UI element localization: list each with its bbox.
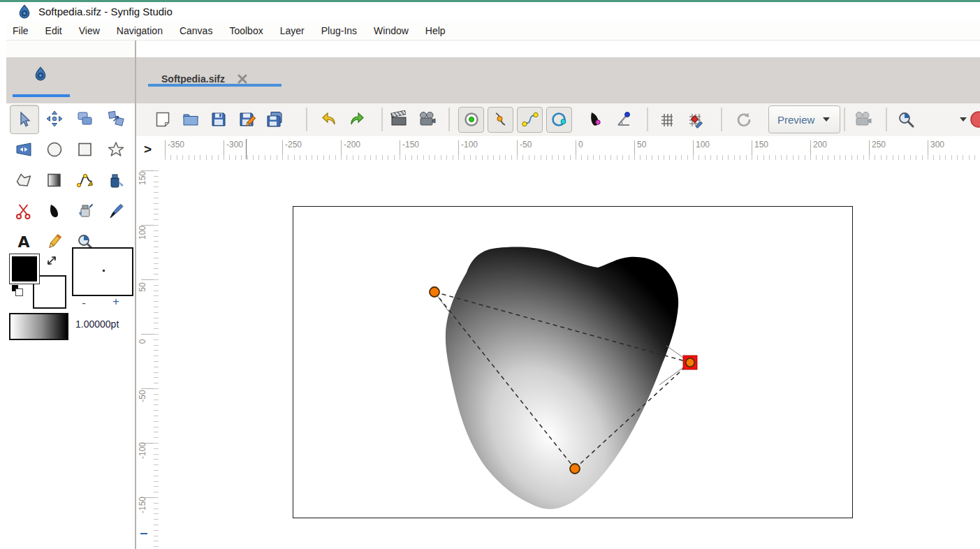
- canvas-window: Softpedia.sifz Preview > -350-300-250-20…: [136, 41, 980, 549]
- h-ruler-label: -50: [520, 140, 532, 149]
- canvas-page[interactable]: [293, 206, 853, 518]
- save-as-button[interactable]: [236, 107, 257, 133]
- dropdown-arrow-icon: [821, 115, 831, 124]
- menu-canvas[interactable]: Canvas: [180, 25, 212, 36]
- eyedrop-tool[interactable]: [71, 197, 99, 225]
- mirror-tool[interactable]: [71, 105, 99, 133]
- quality-dropdown[interactable]: Preview: [768, 105, 840, 133]
- h-ruler-major-tick: [165, 140, 166, 158]
- menu-edit[interactable]: Edit: [45, 25, 62, 36]
- dropdown-arrow-icon: [958, 115, 968, 124]
- vertex-handles-icon: [492, 110, 510, 129]
- width-tool[interactable]: [10, 136, 38, 163]
- redo-icon: [348, 110, 366, 129]
- horizontal-ruler[interactable]: -350-300-250-200-150-100-500501001502002…: [159, 136, 980, 163]
- circle-icon: [45, 140, 64, 159]
- scale-tool[interactable]: [102, 105, 130, 133]
- menu-layer[interactable]: Layer: [280, 25, 305, 36]
- fill-tool[interactable]: [41, 197, 68, 225]
- toolbar-group: [968, 103, 980, 136]
- save-button[interactable]: [208, 107, 229, 133]
- brush-preview[interactable]: [72, 247, 133, 296]
- toggle-tangent-handles[interactable]: [517, 107, 543, 133]
- cutout-tool[interactable]: [10, 197, 38, 225]
- h-ruler-label: 0: [578, 140, 583, 149]
- open-folder-icon: [182, 110, 200, 129]
- h-ruler-major-tick: [752, 140, 752, 158]
- default-colors-button[interactable]: [12, 285, 23, 296]
- redo-button[interactable]: [346, 107, 367, 133]
- svg-text:A: A: [17, 233, 29, 251]
- star-tool[interactable]: [102, 136, 130, 163]
- menu-view[interactable]: View: [79, 25, 100, 36]
- toggle-position-handles[interactable]: [458, 107, 484, 133]
- toggle-grid-button[interactable]: [657, 107, 678, 133]
- v-ruler-label: -50: [138, 384, 147, 408]
- v-ruler-label: 0: [138, 330, 147, 353]
- h-ruler-label: 300: [930, 140, 944, 149]
- circle-tool[interactable]: [41, 136, 68, 163]
- render-icon: [390, 110, 408, 129]
- menu-toolbox[interactable]: Toolbox: [229, 25, 263, 36]
- vertical-ruler[interactable]: 150100500-50-100-150: [136, 162, 160, 549]
- gradient-swatch[interactable]: [9, 313, 68, 340]
- new-document-button[interactable]: [152, 107, 173, 133]
- brush-tool[interactable]: [102, 197, 130, 225]
- v-ruler-label: -150: [138, 493, 147, 517]
- transform-tool[interactable]: [10, 105, 39, 134]
- undo-button[interactable]: [319, 107, 339, 133]
- snap-grid-button[interactable]: [685, 107, 705, 133]
- sketch-tool[interactable]: [41, 228, 68, 256]
- polygon-tool[interactable]: [10, 166, 38, 194]
- decrease-brush-size-button[interactable]: -: [76, 296, 92, 310]
- text-tool[interactable]: A: [10, 228, 38, 256]
- draw-tool[interactable]: [102, 166, 130, 194]
- menu-help[interactable]: Help: [425, 25, 446, 36]
- increase-brush-size-button[interactable]: +: [108, 295, 124, 309]
- outline-color-swatch[interactable]: [9, 254, 40, 284]
- preview-render-button[interactable]: [416, 107, 437, 133]
- ruler-expander[interactable]: >: [136, 136, 159, 162]
- rectangle-tool[interactable]: [71, 136, 99, 163]
- menu-window[interactable]: Window: [374, 25, 409, 36]
- h-ruler-label: -150: [402, 140, 419, 149]
- h-ruler-label: -250: [285, 140, 302, 149]
- canvas-tab[interactable]: Softpedia.sifz: [148, 57, 249, 101]
- toggle-width-handles[interactable]: [585, 107, 606, 133]
- new-document-icon: [154, 110, 172, 129]
- text-a-icon: A: [15, 233, 33, 251]
- canvas-workspace[interactable]: [159, 162, 980, 549]
- paint-can-icon: [76, 202, 94, 220]
- canvas-tab-label: Softpedia.sifz: [161, 73, 225, 85]
- h-ruler-major-tick: [810, 140, 811, 158]
- zoom-button[interactable]: [895, 107, 916, 133]
- menu-navigation[interactable]: Navigation: [117, 25, 163, 36]
- stop-button[interactable]: [968, 107, 980, 133]
- titlebar[interactable]: Softpedia.sifz - Synfig Studio: [6, 2, 980, 21]
- smooth-move-tool[interactable]: [41, 105, 68, 133]
- swap-colors-icon: [45, 254, 59, 268]
- rectangle-icon: [76, 140, 94, 159]
- open-button[interactable]: [180, 107, 201, 133]
- ink-bottle-icon: [107, 171, 125, 189]
- toggle-radius-handles[interactable]: [546, 107, 572, 133]
- toggle-vertex-handles[interactable]: [488, 107, 513, 133]
- h-ruler-major-tick: [693, 140, 694, 158]
- menu-file[interactable]: File: [13, 25, 29, 36]
- render-preview-button[interactable]: [852, 107, 873, 133]
- h-ruler-label: -350: [168, 140, 184, 149]
- refresh-button[interactable]: [733, 107, 754, 133]
- gradient-tool[interactable]: [41, 166, 68, 194]
- swap-colors-icon[interactable]: [45, 254, 59, 268]
- brush-size-label: 1.00000pt: [75, 319, 119, 330]
- v-ruler-label: 50: [138, 275, 147, 299]
- spline-tool[interactable]: [71, 166, 99, 194]
- v-ruler-label: 100: [138, 221, 147, 244]
- save-icon: [210, 110, 228, 129]
- menu-plug-ins[interactable]: Plug-Ins: [321, 25, 357, 36]
- toggle-angle-handles[interactable]: [614, 107, 635, 133]
- panel-separator[interactable]: [135, 41, 136, 549]
- render-button[interactable]: [388, 107, 409, 133]
- grid-snap-icon: [686, 110, 704, 129]
- save-all-button[interactable]: [264, 107, 285, 133]
